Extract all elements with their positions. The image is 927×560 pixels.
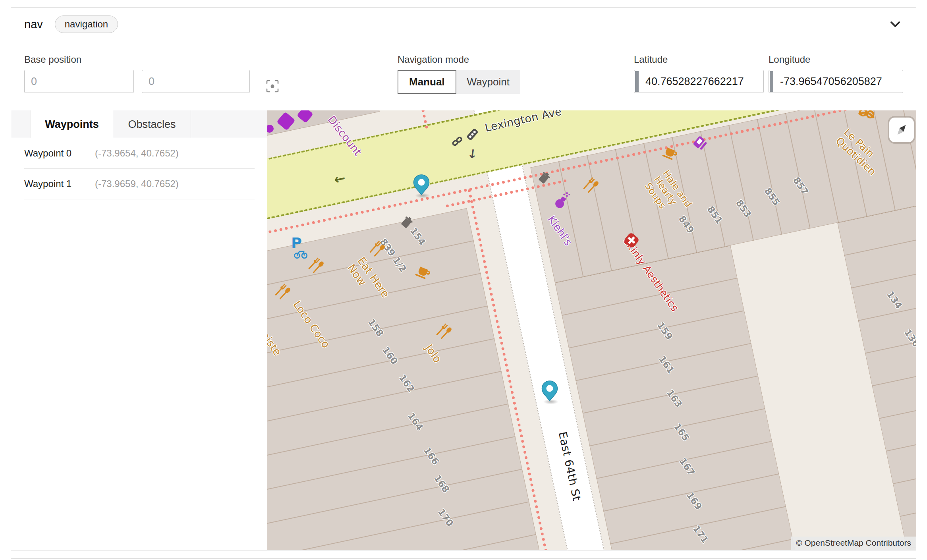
waypoint-row-1[interactable]: Waypoint 1(-73.9659, 40.7652) <box>24 169 255 199</box>
tab-obstacles[interactable]: Obstacles <box>113 110 191 138</box>
waypoint-list: Waypoint 0(-73.9654, 40.7652)Waypoint 1(… <box>11 138 267 199</box>
mode-waypoint-button[interactable]: Waypoint <box>456 70 520 94</box>
waypoint-coords: (-73.9654, 40.7652) <box>95 148 179 159</box>
compass-needle-icon <box>894 122 910 138</box>
longitude-input[interactable] <box>769 70 903 93</box>
compass-button[interactable] <box>889 118 914 142</box>
navigation-mode-label: Navigation mode <box>398 54 469 65</box>
cosmetics-icon <box>553 192 572 212</box>
longitude-accent-bar <box>770 71 773 92</box>
card-header: nav navigation <box>11 8 916 41</box>
bakery-icon <box>857 110 877 123</box>
cafe-icon <box>662 145 680 164</box>
waypoint-name: Waypoint 0 <box>24 148 95 159</box>
clinic-icon <box>622 231 641 251</box>
cafe-icon <box>415 265 433 284</box>
latitude-field <box>634 70 764 93</box>
longitude-field <box>769 70 903 93</box>
next-section-divider <box>11 558 916 559</box>
waypoint-name: Waypoint 1 <box>24 178 95 189</box>
restaurant-icon <box>367 240 386 260</box>
restaurant-icon <box>434 322 452 342</box>
restaurant-icon <box>581 176 599 196</box>
waypoints-panel: Waypoints Obstacles Waypoint 0(-73.9654,… <box>11 110 267 550</box>
navigation-badge: navigation <box>55 15 118 33</box>
base-position-label: Base position <box>24 54 81 65</box>
map-pin-waypoint-marker-0[interactable] <box>412 174 431 200</box>
traffic-signal-icon <box>464 128 481 149</box>
waypoint-coords: (-73.9659, 40.7652) <box>95 178 179 189</box>
latitude-label: Latitude <box>634 54 668 65</box>
signal-arrow-icon: ↓ <box>467 146 479 161</box>
collapse-button[interactable] <box>886 15 904 33</box>
chain-icon <box>451 134 464 149</box>
waypoint-row-0[interactable]: Waypoint 0(-73.9654, 40.7652) <box>24 138 255 169</box>
toolbar: Base position Navigation mode Manual Way… <box>11 41 916 110</box>
waste-basket-icon <box>538 172 550 186</box>
tab-waypoints[interactable]: Waypoints <box>31 110 113 138</box>
base-y-input[interactable] <box>142 70 250 93</box>
latitude-input[interactable] <box>634 70 764 93</box>
chevron-down-icon <box>888 17 902 31</box>
navigation-mode-toggle: Manual Waypoint <box>398 70 520 94</box>
restaurant-icon <box>273 283 291 303</box>
map-pin-waypoint-marker-1[interactable] <box>540 380 559 406</box>
svg-text:P: P <box>291 236 302 252</box>
tab-bar: Waypoints Obstacles <box>11 110 267 138</box>
waste-basket-icon <box>401 216 413 230</box>
mode-manual-button[interactable]: Manual <box>398 70 456 94</box>
map[interactable]: DiscountHale and Hearty SoupsKiehl'sSkin… <box>267 110 916 550</box>
nav-card: nav navigation Base position Navigation … <box>11 7 916 550</box>
shop-icon <box>691 135 708 153</box>
restaurant-icon <box>306 257 324 276</box>
page-title: nav <box>24 18 43 31</box>
map-attribution: © OpenStreetMap Contributors <box>791 537 916 550</box>
main-area: Waypoints Obstacles Waypoint 0(-73.9654,… <box>11 110 916 550</box>
longitude-label: Longitude <box>769 54 810 65</box>
latitude-accent-bar <box>635 71 639 92</box>
base-x-input[interactable] <box>24 70 134 93</box>
focus-target-icon <box>266 79 279 93</box>
center-base-button[interactable] <box>263 77 282 95</box>
